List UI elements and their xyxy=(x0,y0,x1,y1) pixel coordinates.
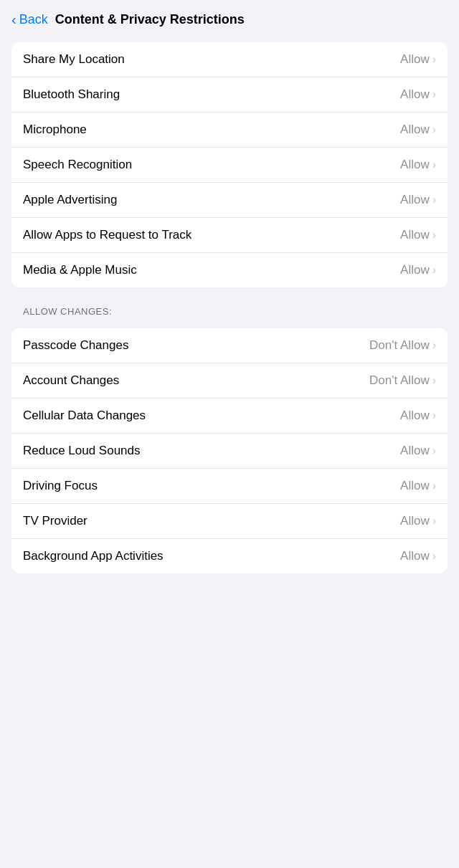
row-label: Reduce Loud Sounds xyxy=(23,444,141,458)
header: ‹ Back Content & Privacy Restrictions xyxy=(0,0,459,37)
row-value: Allow xyxy=(400,123,430,137)
chevron-right-icon: › xyxy=(432,264,436,277)
allow-changes-header: ALLOW CHANGES: xyxy=(0,293,459,323)
chevron-right-icon: › xyxy=(432,409,436,422)
row-value: Allow xyxy=(400,409,430,423)
row-value: Don't Allow xyxy=(369,373,430,388)
chevron-right-icon: › xyxy=(432,123,436,136)
chevron-right-icon: › xyxy=(432,550,436,563)
row-value: Allow xyxy=(400,193,430,207)
row-value: Allow xyxy=(400,158,430,172)
row-label: Allow Apps to Request to Track xyxy=(23,228,191,242)
row-right: Allow › xyxy=(400,444,436,458)
row-value: Allow xyxy=(400,228,430,242)
row-value: Don't Allow xyxy=(369,338,430,353)
list-item[interactable]: Driving Focus Allow › xyxy=(11,469,448,504)
list-item[interactable]: Passcode Changes Don't Allow › xyxy=(11,328,448,363)
row-label: Apple Advertising xyxy=(23,193,117,207)
back-label: Back xyxy=(19,12,48,27)
row-label: Cellular Data Changes xyxy=(23,409,146,423)
row-right: Allow › xyxy=(400,263,436,277)
row-right: Don't Allow › xyxy=(369,373,436,388)
page-title: Content & Privacy Restrictions xyxy=(55,12,245,27)
row-right: Allow › xyxy=(400,479,436,493)
row-value: Allow xyxy=(400,549,430,563)
row-label: Speech Recognition xyxy=(23,158,132,172)
row-value: Allow xyxy=(400,87,430,102)
row-right: Allow › xyxy=(400,158,436,172)
list-item[interactable]: Share My Location Allow › xyxy=(11,42,448,77)
chevron-right-icon: › xyxy=(432,515,436,528)
allow-changes-section: Passcode Changes Don't Allow › Account C… xyxy=(11,328,448,573)
row-right: Allow › xyxy=(400,549,436,563)
row-right: Allow › xyxy=(400,409,436,423)
row-label: Microphone xyxy=(23,123,87,137)
row-label: Passcode Changes xyxy=(23,338,128,353)
row-label: TV Provider xyxy=(23,514,87,528)
list-item[interactable]: Speech Recognition Allow › xyxy=(11,148,448,183)
row-right: Allow › xyxy=(400,228,436,242)
chevron-right-icon: › xyxy=(432,53,436,66)
chevron-right-icon: › xyxy=(432,339,436,352)
chevron-right-icon: › xyxy=(432,158,436,171)
row-right: Allow › xyxy=(400,123,436,137)
chevron-right-icon: › xyxy=(432,374,436,387)
row-label: Bluetooth Sharing xyxy=(23,87,120,102)
chevron-right-icon: › xyxy=(432,480,436,492)
row-label: Account Changes xyxy=(23,373,119,388)
list-item[interactable]: Media & Apple Music Allow › xyxy=(11,253,448,287)
row-value: Allow xyxy=(400,444,430,458)
list-item[interactable]: Reduce Loud Sounds Allow › xyxy=(11,434,448,469)
row-label: Media & Apple Music xyxy=(23,263,137,277)
row-value: Allow xyxy=(400,52,430,67)
row-label: Background App Activities xyxy=(23,549,164,563)
chevron-right-icon: › xyxy=(432,444,436,457)
privacy-section: Share My Location Allow › Bluetooth Shar… xyxy=(11,42,448,287)
list-item[interactable]: Bluetooth Sharing Allow › xyxy=(11,77,448,113)
list-item[interactable]: Account Changes Don't Allow › xyxy=(11,363,448,399)
list-item[interactable]: Cellular Data Changes Allow › xyxy=(11,399,448,434)
row-right: Allow › xyxy=(400,193,436,207)
row-value: Allow xyxy=(400,263,430,277)
row-value: Allow xyxy=(400,479,430,493)
row-right: Don't Allow › xyxy=(369,338,436,353)
row-value: Allow xyxy=(400,514,430,528)
chevron-right-icon: › xyxy=(432,229,436,242)
back-chevron-icon: ‹ xyxy=(11,11,16,28)
chevron-right-icon: › xyxy=(432,194,436,206)
row-label: Driving Focus xyxy=(23,479,98,493)
list-item[interactable]: Background App Activities Allow › xyxy=(11,539,448,573)
chevron-right-icon: › xyxy=(432,88,436,101)
list-item[interactable]: Apple Advertising Allow › xyxy=(11,183,448,218)
list-item[interactable]: TV Provider Allow › xyxy=(11,504,448,539)
row-right: Allow › xyxy=(400,87,436,102)
row-right: Allow › xyxy=(400,52,436,67)
list-item[interactable]: Allow Apps to Request to Track Allow › xyxy=(11,218,448,253)
back-button[interactable]: ‹ Back xyxy=(11,11,48,28)
row-label: Share My Location xyxy=(23,52,125,67)
list-item[interactable]: Microphone Allow › xyxy=(11,113,448,148)
row-right: Allow › xyxy=(400,514,436,528)
